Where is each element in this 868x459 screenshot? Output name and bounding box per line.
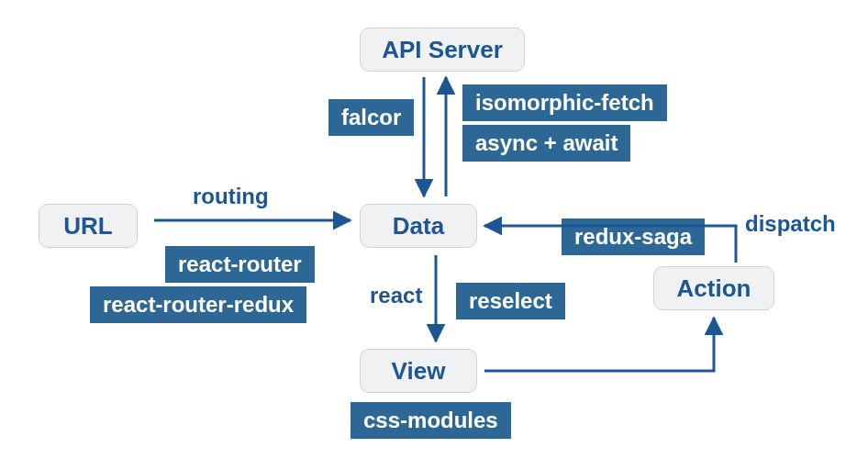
tag-redux-saga: redux-saga [562, 218, 705, 255]
tag-react-router-redux: react-router-redux [90, 286, 306, 323]
tag-async-await: async + await [462, 125, 630, 162]
edge-label-routing: routing [193, 184, 269, 209]
tag-isomorphic-fetch: isomorphic-fetch [462, 84, 667, 121]
node-view: View [360, 349, 477, 393]
node-url: URL [39, 204, 138, 248]
node-action: Action [653, 266, 774, 310]
tag-css-modules: css-modules [351, 402, 511, 439]
tag-falcor: falcor [328, 99, 414, 136]
edge-label-dispatch: dispatch [745, 211, 836, 237]
node-data: Data [360, 204, 477, 248]
edge-label-react: react [370, 283, 422, 308]
arrow-view-to-action [484, 318, 714, 371]
tag-react-router: react-router [165, 246, 315, 283]
diagram-stage: API Server URL Data View Action falcor i… [0, 0, 868, 459]
tag-reselect: reselect [456, 283, 565, 319]
node-api-server: API Server [360, 28, 525, 72]
